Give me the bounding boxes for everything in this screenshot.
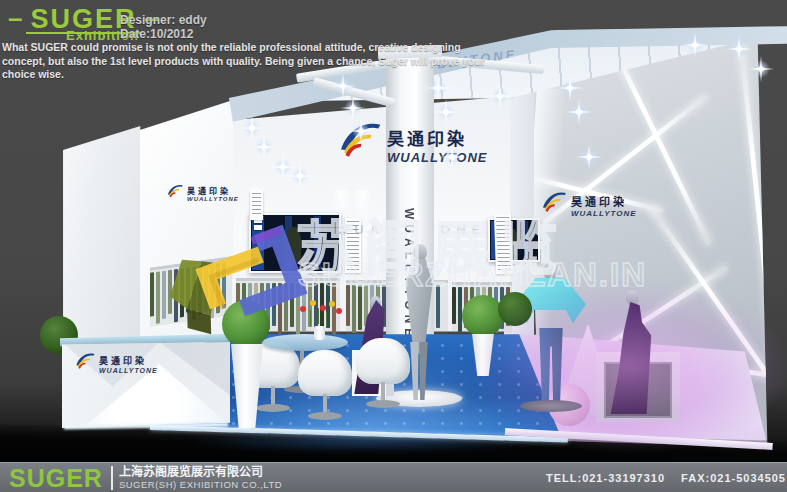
footer-divider xyxy=(111,466,113,490)
light-flare xyxy=(270,154,296,180)
light-flare xyxy=(425,75,451,101)
fax-label: FAX:021-5034505 xyxy=(681,472,786,484)
presentation-board: WUALLYTONE 昊通印染 WUALLYTONE xyxy=(0,0,787,492)
light-flare xyxy=(748,56,774,82)
light-flare xyxy=(682,32,708,58)
light-flare xyxy=(340,95,366,121)
footer-contact: TELL:021-33197310 FAX:021-5034505 xyxy=(546,472,786,484)
light-flare xyxy=(576,144,602,170)
light-flare xyxy=(557,75,583,101)
light-flare xyxy=(239,115,265,141)
light-flare xyxy=(330,73,356,99)
light-flare xyxy=(348,118,374,144)
company-name-en: SUGER(SH) EXHIBITION CO.,LTD xyxy=(119,479,282,490)
footer-company: 上海苏阁展览展示有限公司 SUGER(SH) EXHIBITION CO.,LT… xyxy=(119,466,282,490)
footer-bar: SUGER 上海苏阁展览展示有限公司 SUGER(SH) EXHIBITION … xyxy=(0,462,787,492)
light-flare xyxy=(251,134,277,160)
light-flare xyxy=(287,163,313,189)
tel-label: TELL:021-33197310 xyxy=(546,472,665,484)
company-name-cn: 上海苏阁展览展示有限公司 xyxy=(119,466,282,479)
light-flare xyxy=(726,36,752,62)
booth-render: WUALLYTONE 昊通印染 WUALLYTONE xyxy=(0,0,787,492)
ceiling-lights xyxy=(0,0,787,492)
light-flare xyxy=(439,144,465,170)
light-flare xyxy=(487,83,513,109)
footer-suger-logo: SUGER xyxy=(9,465,103,491)
light-flare xyxy=(433,99,459,125)
light-flare xyxy=(566,99,592,125)
